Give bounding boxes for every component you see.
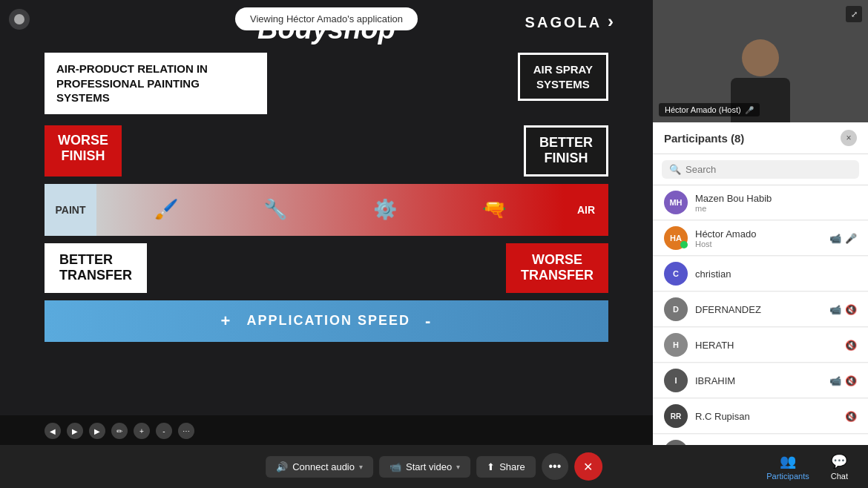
list-item: D DFERNANDEZ 📹 🔇 <box>653 292 868 327</box>
search-bar: 🔍 <box>653 154 868 185</box>
right-panel: ⤢ Héctor Amado (Host) 🎤 Participants (8)… <box>653 0 868 445</box>
participants-panel-btn[interactable]: 👥 Participants <box>757 449 818 484</box>
viewing-banner: Viewing Héctor Amado's application <box>235 7 418 30</box>
video-icon: 📹 <box>389 461 401 472</box>
avatar-h: H <box>664 333 688 357</box>
muted-icon-h: 🔇 <box>845 340 857 351</box>
list-item: RR R.C Rupisan 🔇 <box>653 399 868 434</box>
bottom-toolbar: 🔊 Connect audio ▾ 📹 Start video ▾ ⬆ Shar… <box>0 445 868 488</box>
slide-zoom-out-btn[interactable]: - <box>156 423 172 439</box>
host-video: ⤢ Héctor Amado (Host) 🎤 <box>653 0 868 122</box>
participant-controls-i: 📹 🔇 <box>829 375 857 386</box>
better-transfer-label: BETTER TRANSFER <box>45 243 147 293</box>
video-on-icon-ha: 📹 <box>829 233 841 244</box>
participant-name-d: DFERNANDEZ <box>695 304 822 315</box>
chat-panel-btn[interactable]: 💬 Chat <box>822 449 857 484</box>
avatar-wrap-r: R <box>664 440 688 445</box>
spray-gun-icon: 🔫 <box>482 198 506 221</box>
slide-zoom-in-btn[interactable]: + <box>134 423 150 439</box>
roller-icon: 🖌️ <box>154 198 178 221</box>
participant-controls-rr: 🔇 <box>845 411 857 422</box>
air-spray-badge: AIR SPRAY SYSTEMS <box>518 53 608 101</box>
record-dot-inner <box>14 14 24 24</box>
avatar-d: D <box>664 297 688 321</box>
avatar-mh: MH <box>664 191 688 214</box>
close-participants-btn[interactable]: × <box>841 130 857 146</box>
toolbar-center: 🔊 Connect audio ▾ 📹 Start video ▾ ⬆ Shar… <box>266 452 602 481</box>
participant-name-ha: Héctor Amado Host <box>695 228 822 248</box>
phone-end-icon: ✕ <box>583 460 593 474</box>
participant-name-h: HERATH <box>695 340 838 351</box>
participants-icon: 👥 <box>780 453 796 469</box>
air-label: AIR <box>564 184 608 236</box>
worse-finish-label: WORSE FINISH <box>45 125 122 177</box>
panel-buttons: 👥 Participants 💬 Chat <box>757 449 857 484</box>
video-icon-d: 📹 <box>829 304 841 315</box>
participant-name-i: IBRAHIM <box>695 375 822 386</box>
expand-video-btn[interactable]: ⤢ <box>846 6 862 22</box>
slide-next-btn[interactable]: ▶ <box>67 423 83 439</box>
more-icon: ••• <box>548 460 561 473</box>
paint-label: PAINT <box>45 184 96 236</box>
participant-controls-d: 📹 🔇 <box>829 304 857 315</box>
finish-row: WORSE FINISH BETTER FINISH <box>45 125 608 177</box>
participants-panel: Participants (8) × 🔍 MH Mazen Bou Habib <box>653 122 868 445</box>
worse-transfer-label: WORSE TRANSFER <box>506 243 608 293</box>
end-call-btn[interactable]: ✕ <box>574 452 602 481</box>
more-options-btn[interactable]: ••• <box>542 453 568 480</box>
description-box: AIR-PRODUCT RELATION IN PROFESSIONAL PAI… <box>45 53 267 114</box>
avatar-r: R <box>664 440 688 445</box>
avatar-c: C <box>664 262 688 286</box>
slide-content: Bodyshop SAGOLA › AIR-PRODUCT RELATION I… <box>0 0 653 415</box>
search-input-wrap: 🔍 <box>662 160 859 179</box>
audio-icon: 🔊 <box>276 461 288 472</box>
share-btn[interactable]: ⬆ Share <box>476 456 536 478</box>
equipment-icon-2: 🔧 <box>263 198 287 221</box>
better-finish-label: BETTER FINISH <box>524 125 608 177</box>
list-item: H HERATH 🔇 <box>653 328 868 363</box>
slide-play-btn[interactable]: ▶ <box>89 423 105 439</box>
participant-controls-h: 🔇 <box>845 340 857 351</box>
search-input[interactable] <box>685 164 852 175</box>
participant-name-rr: R.C Rupisan <box>695 411 838 422</box>
connect-audio-btn[interactable]: 🔊 Connect audio ▾ <box>266 456 373 478</box>
participant-name-mh: Mazen Bou Habib me <box>695 193 849 213</box>
muted-icon-d: 🔇 <box>845 304 857 315</box>
slide-more-btn[interactable]: ⋯ <box>178 423 194 439</box>
avatar-wrap-ha: HA <box>664 226 688 250</box>
mic-icon: 🎤 <box>745 106 754 114</box>
start-video-btn[interactable]: 📹 Start video ▾ <box>379 456 470 478</box>
video-dropdown-arrow: ▾ <box>456 463 460 471</box>
avatar-i: I <box>664 369 688 392</box>
chat-icon: 💬 <box>831 453 847 469</box>
slide-container: Bodyshop SAGOLA › AIR-PRODUCT RELATION I… <box>0 0 653 445</box>
transfer-row: BETTER TRANSFER WORSE TRANSFER <box>45 243 608 293</box>
slide-body: AIR-PRODUCT RELATION IN PROFESSIONAL PAI… <box>0 53 653 342</box>
presentation-area: Viewing Héctor Amado's application Bodys… <box>0 0 653 445</box>
avatar-wrap-rr: RR <box>664 404 688 428</box>
person-head <box>742 39 779 76</box>
search-icon: 🔍 <box>669 164 681 175</box>
participants-title: Participants (8) <box>664 132 744 145</box>
equipment-bar: 🖌️ 🔧 ⚙️ 🔫 <box>96 184 564 236</box>
list-item: MH Mazen Bou Habib me <box>653 185 868 220</box>
avatar-wrap-d: D <box>664 297 688 321</box>
sagola-wing-icon: › <box>608 11 616 32</box>
audio-dropdown-arrow: ▾ <box>359 463 363 471</box>
mic-on-icon-ha: 🎤 <box>845 233 857 244</box>
list-item: C christian <box>653 257 868 291</box>
video-icon-i: 📹 <box>829 375 841 386</box>
host-name-text: Héctor Amado (Host) <box>665 105 741 114</box>
slide-edit-btn[interactable]: ✏ <box>111 423 128 439</box>
slide-prev-btn[interactable]: ◀ <box>45 423 61 439</box>
avatar-wrap-h: H <box>664 333 688 357</box>
share-icon: ⬆ <box>487 461 495 472</box>
equipment-row: PAINT 🖌️ 🔧 ⚙️ 🔫 AIR <box>45 184 608 236</box>
host-name-badge: Héctor Amado (Host) 🎤 <box>659 103 760 116</box>
participants-header: Participants (8) × <box>653 122 868 154</box>
participant-controls-ha: 📹 🎤 <box>829 233 857 244</box>
avatar-wrap-c: C <box>664 262 688 286</box>
avatar-rr: RR <box>664 404 688 428</box>
muted-icon-rr: 🔇 <box>845 411 857 422</box>
avatar-wrap-mh: MH <box>664 191 688 214</box>
